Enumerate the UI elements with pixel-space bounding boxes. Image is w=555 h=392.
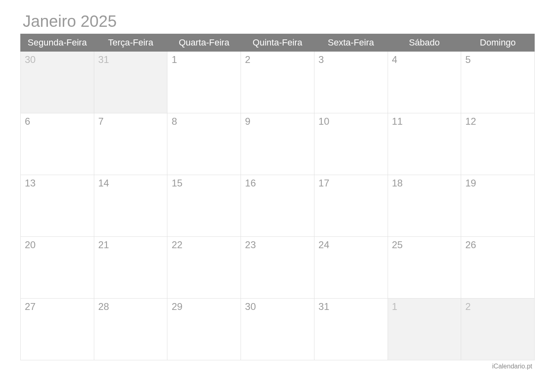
calendar-day-cell: 19 [461,175,535,237]
weekday-header: Sexta-Feira [314,34,388,52]
calendar-day-cell: 18 [388,175,461,237]
calendar-title: Janeiro 2025 [23,12,535,30]
calendar-day-cell: 4 [388,52,461,113]
weekday-header: Sábado [388,34,461,52]
calendar-day-cell: 12 [461,113,535,175]
calendar-day-cell: 13 [21,175,94,237]
calendar-day-cell: 21 [94,237,167,299]
calendar-week-row: 6 7 8 9 10 11 12 [21,113,535,175]
calendar-day-cell: 11 [388,113,461,175]
calendar-week-row: 20 21 22 23 24 25 26 [21,237,535,299]
calendar-day-cell: 5 [461,52,535,113]
calendar-day-cell: 7 [94,113,167,175]
calendar-day-cell: 1 [388,299,461,360]
weekday-header: Segunda-Feira [21,34,94,52]
calendar-day-cell: 3 [314,52,388,113]
calendar-day-cell: 25 [388,237,461,299]
calendar-day-cell: 2 [461,299,535,360]
calendar-day-cell: 26 [461,237,535,299]
calendar-day-cell: 24 [314,237,388,299]
calendar-day-cell: 9 [241,113,314,175]
calendar-day-cell: 30 [21,52,94,113]
weekday-header-row: Segunda-Feira Terça-Feira Quarta-Feira Q… [21,34,535,52]
calendar-day-cell: 16 [241,175,314,237]
calendar-day-cell: 15 [167,175,241,237]
calendar-body: 30 31 1 2 3 4 5 6 7 8 9 10 11 12 13 14 1… [21,52,535,360]
calendar-day-cell: 30 [241,299,314,360]
weekday-header: Quinta-Feira [241,34,314,52]
calendar-day-cell: 31 [314,299,388,360]
weekday-header: Terça-Feira [94,34,167,52]
calendar-day-cell: 28 [94,299,167,360]
calendar-day-cell: 10 [314,113,388,175]
weekday-header: Quarta-Feira [167,34,241,52]
footer-credit: iCalendario.pt [20,363,535,370]
calendar-day-cell: 14 [94,175,167,237]
calendar-day-cell: 29 [167,299,241,360]
calendar-week-row: 30 31 1 2 3 4 5 [21,52,535,113]
calendar-day-cell: 2 [241,52,314,113]
calendar-day-cell: 17 [314,175,388,237]
calendar-grid: Segunda-Feira Terça-Feira Quarta-Feira Q… [20,34,535,360]
calendar-day-cell: 22 [167,237,241,299]
calendar-day-cell: 31 [94,52,167,113]
calendar-day-cell: 8 [167,113,241,175]
calendar-day-cell: 20 [21,237,94,299]
weekday-header: Domingo [461,34,535,52]
calendar-day-cell: 1 [167,52,241,113]
calendar-day-cell: 27 [21,299,94,360]
calendar-day-cell: 23 [241,237,314,299]
calendar-day-cell: 6 [21,113,94,175]
calendar-week-row: 13 14 15 16 17 18 19 [21,175,535,237]
calendar-week-row: 27 28 29 30 31 1 2 [21,299,535,360]
